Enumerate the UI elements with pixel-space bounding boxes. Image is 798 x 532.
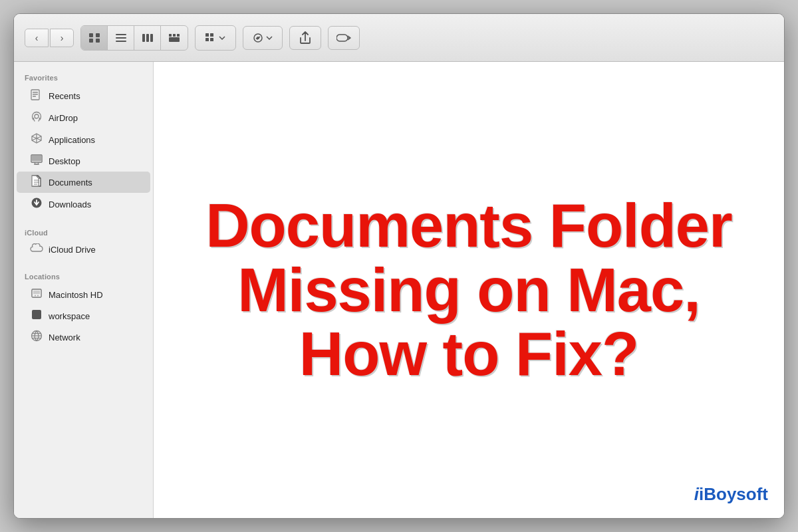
sidebar-item-network[interactable]: Network bbox=[17, 327, 150, 348]
airdrop-icon bbox=[30, 110, 43, 125]
group-dropdown-group bbox=[195, 25, 236, 51]
view-buttons-group bbox=[80, 25, 188, 51]
sidebar-item-airdrop[interactable]: AirDrop bbox=[17, 107, 150, 128]
svg-rect-7 bbox=[142, 34, 145, 42]
documents-label: Documents bbox=[49, 178, 92, 188]
sidebar: Favorites Recents bbox=[14, 62, 154, 518]
sidebar-item-documents[interactable]: Documents bbox=[17, 172, 150, 193]
svg-point-25 bbox=[35, 114, 39, 118]
airdrop-label: AirDrop bbox=[49, 113, 78, 123]
svg-rect-17 bbox=[210, 38, 213, 41]
svg-rect-11 bbox=[169, 34, 172, 37]
svg-rect-2 bbox=[89, 39, 93, 43]
overlay-title: Documents Folder Missing on Mac, How to … bbox=[185, 194, 752, 386]
group-by-button[interactable] bbox=[196, 26, 235, 50]
svg-rect-1 bbox=[96, 33, 100, 37]
column-view-button[interactable] bbox=[134, 26, 161, 50]
svg-rect-0 bbox=[89, 33, 93, 37]
list-view-button[interactable] bbox=[108, 26, 134, 50]
icloud-drive-label: iCloud Drive bbox=[49, 245, 96, 255]
svg-point-34 bbox=[37, 295, 39, 297]
downloads-icon bbox=[30, 197, 43, 211]
finder-window: ‹ › bbox=[13, 13, 785, 519]
svg-rect-14 bbox=[205, 33, 209, 37]
recents-icon bbox=[30, 88, 43, 103]
workspace-icon bbox=[30, 309, 43, 323]
overlay-line3: How to Fix? bbox=[185, 322, 752, 386]
svg-rect-20 bbox=[336, 35, 348, 41]
gallery-view-button[interactable] bbox=[161, 26, 188, 50]
svg-point-19 bbox=[257, 37, 259, 39]
main-area: Favorites Recents bbox=[14, 62, 784, 518]
network-icon bbox=[30, 330, 43, 344]
svg-rect-22 bbox=[33, 92, 38, 93]
macintosh-hd-icon bbox=[30, 287, 43, 302]
sidebar-item-workspace[interactable]: workspace bbox=[17, 306, 150, 326]
svg-rect-16 bbox=[205, 38, 209, 41]
overlay-line1: Documents Folder bbox=[185, 194, 752, 258]
icloud-label: iCloud bbox=[14, 225, 153, 239]
svg-rect-3 bbox=[96, 39, 100, 43]
content-area: Documents Folder Missing on Mac, How to … bbox=[154, 62, 784, 518]
svg-rect-35 bbox=[32, 310, 41, 319]
svg-rect-5 bbox=[116, 37, 126, 39]
locations-label: Locations bbox=[14, 269, 153, 283]
favorites-label: Favorites bbox=[14, 70, 153, 84]
desktop-icon bbox=[30, 154, 43, 168]
svg-rect-23 bbox=[33, 94, 38, 95]
iboysoft-branding: iiBoysoft bbox=[694, 484, 768, 505]
sidebar-item-icloud-drive[interactable]: iCloud Drive bbox=[17, 240, 150, 259]
toolbar: ‹ › bbox=[14, 14, 784, 62]
icon-view-button[interactable] bbox=[81, 26, 108, 50]
sidebar-item-desktop[interactable]: Desktop bbox=[17, 151, 150, 171]
share-button[interactable] bbox=[289, 26, 321, 50]
applications-label: Applications bbox=[49, 135, 95, 145]
svg-rect-32 bbox=[33, 291, 40, 294]
svg-rect-28 bbox=[32, 156, 41, 161]
svg-rect-24 bbox=[33, 96, 36, 97]
desktop-label: Desktop bbox=[49, 156, 80, 166]
icloud-drive-icon bbox=[30, 243, 43, 255]
iboysoft-logo-text: i bbox=[694, 484, 699, 504]
iboysoft-logo-text2: iBoysoft bbox=[699, 484, 768, 504]
svg-point-33 bbox=[35, 295, 36, 297]
downloads-label: Downloads bbox=[49, 200, 91, 209]
network-label: Network bbox=[49, 332, 80, 342]
svg-rect-12 bbox=[173, 34, 176, 37]
sidebar-item-applications[interactable]: Applications bbox=[17, 129, 150, 150]
sidebar-item-downloads[interactable]: Downloads bbox=[17, 194, 150, 215]
svg-rect-13 bbox=[177, 34, 180, 37]
documents-icon bbox=[30, 175, 43, 190]
workspace-label: workspace bbox=[49, 311, 90, 321]
svg-rect-15 bbox=[210, 33, 213, 37]
action-button[interactable] bbox=[243, 26, 283, 50]
recents-label: Recents bbox=[49, 91, 80, 101]
macintosh-hd-label: Macintosh HD bbox=[49, 290, 103, 300]
tag-button[interactable] bbox=[328, 26, 360, 50]
applications-icon bbox=[30, 132, 43, 147]
svg-rect-8 bbox=[146, 34, 149, 42]
svg-rect-6 bbox=[116, 41, 126, 42]
back-button[interactable]: ‹ bbox=[25, 29, 49, 47]
svg-rect-4 bbox=[116, 34, 126, 35]
overlay-line2: Missing on Mac, bbox=[185, 258, 752, 323]
svg-rect-9 bbox=[150, 34, 153, 42]
sidebar-item-macintosh-hd[interactable]: Macintosh HD bbox=[17, 284, 150, 305]
svg-rect-10 bbox=[169, 37, 180, 42]
forward-button[interactable]: › bbox=[50, 29, 74, 47]
sidebar-item-recents[interactable]: Recents bbox=[17, 85, 150, 106]
nav-buttons: ‹ › bbox=[25, 29, 74, 47]
